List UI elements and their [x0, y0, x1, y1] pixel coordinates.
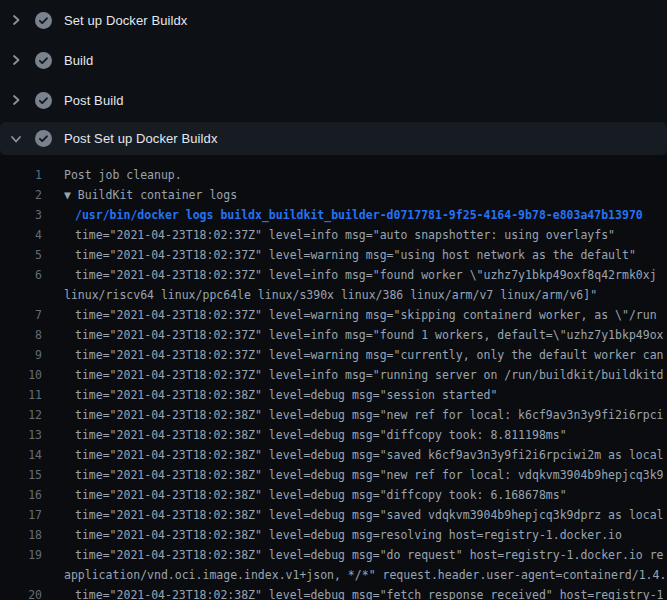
line-number[interactable]: 2 [0, 185, 42, 205]
step-header-set-up-docker-buildx[interactable]: Set up Docker Buildx [0, 0, 667, 40]
chevron-right-icon[interactable] [8, 12, 24, 28]
log-text: time="2021-04-23T18:02:37Z" level=warnin… [75, 245, 636, 265]
step-header-post-build[interactable]: Post Build [0, 80, 667, 120]
check-circle-icon [35, 92, 52, 109]
check-circle-icon [35, 130, 52, 147]
line-number [0, 565, 42, 585]
line-number[interactable]: 18 [0, 525, 42, 545]
log-row: 11time="2021-04-23T18:02:38Z" level=debu… [0, 385, 667, 405]
log-row: 3/usr/bin/docker logs buildx_buildkit_bu… [0, 205, 667, 225]
log-row: 2▼ BuildKit container logs [0, 185, 667, 205]
actions-log-viewer: Set up Docker Buildx Build Post Build Po… [0, 0, 667, 600]
line-number[interactable]: 5 [0, 245, 42, 265]
log-row: 9time="2021-04-23T18:02:37Z" level=warni… [0, 345, 667, 365]
line-number[interactable]: 3 [0, 205, 42, 225]
log-text: time="2021-04-23T18:02:38Z" level=debug … [75, 505, 664, 525]
line-number[interactable]: 15 [0, 465, 42, 485]
line-number[interactable]: 6 [0, 265, 42, 285]
step-title: Post Build [64, 93, 124, 108]
line-number[interactable]: 12 [0, 405, 42, 425]
step-header-post-set-up-docker-buildx[interactable]: Post Set up Docker Buildx [0, 122, 667, 155]
line-number[interactable]: 19 [0, 545, 42, 565]
log-text: time="2021-04-23T18:02:38Z" level=debug … [75, 465, 664, 485]
step-header-build[interactable]: Build [0, 40, 667, 80]
line-number[interactable]: 16 [0, 485, 42, 505]
log-text: time="2021-04-23T18:02:38Z" level=debug … [75, 545, 664, 565]
log-row: 12time="2021-04-23T18:02:38Z" level=debu… [0, 405, 667, 425]
log-row: 13time="2021-04-23T18:02:38Z" level=debu… [0, 425, 667, 445]
check-circle-icon [35, 12, 52, 29]
log-text: linux/riscv64 linux/ppc64le linux/s390x … [64, 285, 597, 305]
line-number[interactable]: 7 [0, 305, 42, 325]
line-number[interactable]: 11 [0, 385, 42, 405]
log-row: 16time="2021-04-23T18:02:38Z" level=debu… [0, 485, 667, 505]
step-title: Post Set up Docker Buildx [64, 131, 218, 146]
log-row: 4time="2021-04-23T18:02:37Z" level=info … [0, 225, 667, 245]
log-text: time="2021-04-23T18:02:37Z" level=warnin… [75, 305, 657, 325]
log-text: time="2021-04-23T18:02:38Z" level=debug … [75, 525, 622, 545]
log-text: Post job cleanup. [64, 165, 182, 185]
chevron-right-icon[interactable] [8, 52, 24, 68]
log-row: linux/riscv64 linux/ppc64le linux/s390x … [0, 285, 667, 305]
log-text: time="2021-04-23T18:02:37Z" level=info m… [75, 365, 664, 385]
log-row: 8time="2021-04-23T18:02:37Z" level=info … [0, 325, 667, 345]
log-row: 5time="2021-04-23T18:02:37Z" level=warni… [0, 245, 667, 265]
log-text: time="2021-04-23T18:02:38Z" level=debug … [75, 385, 497, 405]
chevron-right-icon[interactable] [8, 92, 24, 108]
line-number[interactable]: 9 [0, 345, 42, 365]
line-number[interactable]: 10 [0, 365, 42, 385]
line-number[interactable]: 14 [0, 445, 42, 465]
log-row: 7time="2021-04-23T18:02:37Z" level=warni… [0, 305, 667, 325]
step-title: Set up Docker Buildx [64, 13, 187, 28]
log-text: time="2021-04-23T18:02:37Z" level=info m… [75, 225, 615, 245]
line-number[interactable]: 4 [0, 225, 42, 245]
log-row: 10time="2021-04-23T18:02:37Z" level=info… [0, 365, 667, 385]
log-group-toggle[interactable]: ▼ BuildKit container logs [64, 185, 237, 205]
line-number[interactable]: 1 [0, 165, 42, 185]
log-row: 6time="2021-04-23T18:02:37Z" level=info … [0, 265, 667, 285]
log-text: application/vnd.oci.image.index.v1+json,… [64, 565, 666, 585]
log-text: time="2021-04-23T18:02:38Z" level=debug … [75, 425, 567, 445]
line-number[interactable]: 13 [0, 425, 42, 445]
log-row: 15time="2021-04-23T18:02:38Z" level=debu… [0, 465, 667, 485]
log-area: 1Post job cleanup.2▼ BuildKit container … [0, 155, 667, 600]
log-row: 1Post job cleanup. [0, 165, 667, 185]
log-row: 20time="2021-04-23T18:02:38Z" level=debu… [0, 585, 667, 600]
log-text: time="2021-04-23T18:02:38Z" level=debug … [75, 405, 664, 425]
log-text: time="2021-04-23T18:02:37Z" level=warnin… [75, 345, 664, 365]
log-text: time="2021-04-23T18:02:38Z" level=debug … [75, 585, 664, 600]
log-row: 19time="2021-04-23T18:02:38Z" level=debu… [0, 545, 667, 565]
log-row: 17time="2021-04-23T18:02:38Z" level=debu… [0, 505, 667, 525]
line-number[interactable]: 20 [0, 585, 42, 600]
line-number[interactable]: 17 [0, 505, 42, 525]
log-text: time="2021-04-23T18:02:38Z" level=debug … [75, 485, 567, 505]
line-number[interactable]: 8 [0, 325, 42, 345]
log-row: 14time="2021-04-23T18:02:38Z" level=debu… [0, 445, 667, 465]
log-row: 18time="2021-04-23T18:02:38Z" level=debu… [0, 525, 667, 545]
log-command-link[interactable]: /usr/bin/docker logs buildx_buildkit_bui… [75, 205, 643, 225]
log-text: time="2021-04-23T18:02:37Z" level=info m… [75, 325, 664, 345]
check-circle-icon [35, 52, 52, 69]
log-row: application/vnd.oci.image.index.v1+json,… [0, 565, 667, 585]
step-title: Build [64, 53, 93, 68]
line-number [0, 285, 42, 305]
log-text: time="2021-04-23T18:02:37Z" level=info m… [75, 265, 657, 285]
log-text: time="2021-04-23T18:02:38Z" level=debug … [75, 445, 664, 465]
chevron-down-icon[interactable] [8, 131, 24, 147]
